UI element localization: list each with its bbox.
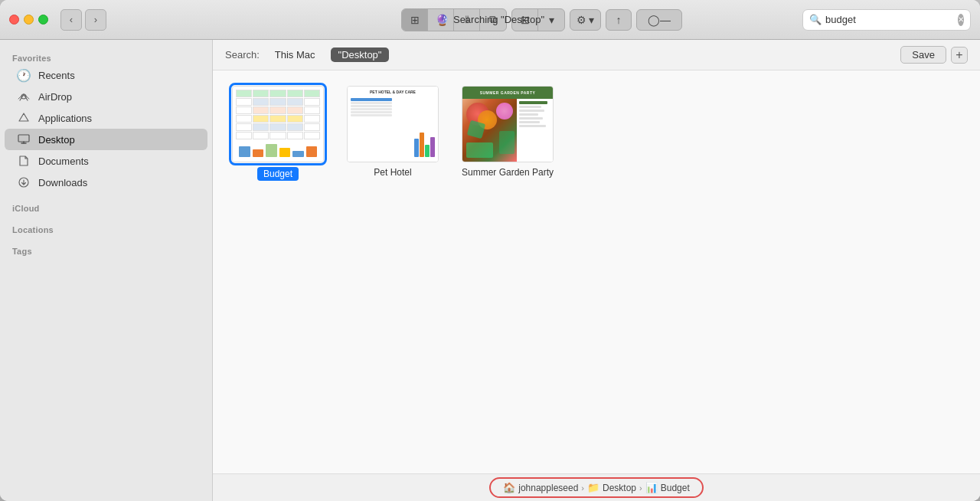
sidebar-item-applications[interactable]: Applications	[5, 107, 207, 129]
file-item-summer-garden-party[interactable]: SUMMER GARDEN PARTY	[458, 86, 557, 181]
sidebar-item-desktop[interactable]: Desktop	[5, 129, 207, 150]
search-scope-row: Search: This Mac "Desktop" Save +	[213, 40, 980, 70]
grid-icon: ⊞	[410, 14, 420, 26]
maximize-button[interactable]	[38, 15, 48, 25]
documents-icon	[17, 154, 31, 168]
sidebar-item-recents[interactable]: 🕐 Recents	[5, 64, 207, 86]
locations-label: Locations	[0, 221, 212, 236]
clear-icon: ✕	[958, 15, 964, 24]
svg-rect-1	[18, 135, 29, 142]
search-bar[interactable]: 🔍 ✕	[802, 9, 971, 31]
airdrop-label: AirDrop	[38, 91, 72, 103]
file-item-pet-hotel[interactable]: PET HOTEL & DAY CARE	[343, 86, 443, 181]
sep1: ›	[581, 483, 584, 493]
finder-window: ‹ › ⊞ ≡ ⫴ ⧉	[0, 0, 980, 501]
sep2: ›	[639, 483, 642, 493]
home-icon: 🏠	[503, 482, 515, 493]
titlebar: ‹ › ⊞ ≡ ⫴ ⧉	[0, 0, 980, 40]
share-button[interactable]: ↑	[606, 9, 632, 31]
sidebar-item-downloads[interactable]: Downloads	[5, 172, 207, 193]
recents-label: Recents	[38, 70, 75, 81]
traffic-lights	[9, 15, 48, 25]
back-icon: ‹	[70, 14, 73, 25]
search-icon: 🔍	[809, 14, 822, 25]
desktop-breadcrumb-label: Desktop	[603, 483, 636, 493]
icloud-label: iCloud	[0, 199, 212, 214]
gallery-chevron-icon: ▾	[549, 14, 554, 26]
desktop-folder-icon: 📁	[587, 482, 599, 493]
home-label: johnappleseed	[518, 483, 578, 493]
this-mac-button[interactable]: This Mac	[267, 47, 323, 62]
sidebar: Favorites 🕐 Recents AirDrop	[0, 40, 213, 501]
applications-icon	[17, 111, 31, 125]
desktop-label: Desktop	[38, 134, 75, 146]
content-area: Favorites 🕐 Recents AirDrop	[0, 40, 980, 501]
pet-hotel-thumbnail: PET HOTEL & DAY CARE	[347, 86, 439, 162]
tag-icon: ◯—	[648, 14, 671, 26]
plus-icon: +	[956, 48, 962, 62]
gear-button[interactable]: ⚙ ▾	[570, 9, 601, 31]
close-button[interactable]	[9, 15, 19, 25]
downloads-label: Downloads	[38, 177, 87, 188]
file-breadcrumb-label: Budget	[661, 483, 690, 493]
desktop-scope-button[interactable]: "Desktop"	[331, 47, 390, 62]
downloads-icon	[17, 175, 31, 189]
forward-icon: ›	[94, 14, 97, 25]
pet-hotel-name: Pet Hotel	[374, 167, 411, 178]
title-icon: 🔮	[436, 14, 449, 26]
applications-label: Applications	[38, 113, 92, 124]
share-icon: ↑	[616, 14, 622, 26]
budget-thumbnail	[232, 86, 324, 162]
nav-buttons: ‹ ›	[60, 9, 106, 31]
favorites-label: Favorites	[0, 49, 212, 64]
summer-garden-party-thumbnail: SUMMER GARDEN PARTY	[462, 86, 554, 162]
main-panel: Search: This Mac "Desktop" Save +	[213, 40, 980, 501]
forward-button[interactable]: ›	[85, 9, 106, 31]
view-icon-button[interactable]: ⊞	[402, 9, 428, 31]
sidebar-item-documents[interactable]: Documents	[5, 150, 207, 172]
window-title: 🔮 Searching "Desktop"	[436, 14, 544, 26]
search-label: Search:	[225, 49, 260, 61]
save-section: Save +	[900, 46, 968, 64]
documents-label: Documents	[38, 156, 89, 167]
sidebar-item-airdrop[interactable]: AirDrop	[5, 86, 207, 107]
tag-button[interactable]: ◯—	[636, 9, 682, 31]
plus-button[interactable]: +	[951, 47, 968, 64]
summer-garden-party-name: Summer Garden Party	[462, 167, 554, 178]
airdrop-icon	[17, 90, 31, 103]
file-breadcrumb-icon: 📊	[645, 482, 658, 493]
bottom-bar: 🏠 johnappleseed › 📁 Desktop › 📊 Budget	[213, 473, 980, 501]
desktop-icon	[17, 133, 31, 146]
search-clear-button[interactable]: ✕	[958, 14, 964, 26]
minimize-button[interactable]	[24, 15, 34, 25]
file-item-budget[interactable]: Budget	[228, 86, 328, 181]
back-button[interactable]: ‹	[60, 9, 82, 31]
tags-label: Tags	[0, 242, 212, 257]
title-label: Searching "Desktop"	[453, 14, 544, 25]
save-button[interactable]: Save	[900, 46, 946, 64]
budget-name: Budget	[257, 167, 299, 181]
search-input[interactable]	[825, 14, 954, 25]
recents-icon: 🕐	[17, 68, 31, 82]
breadcrumb: 🏠 johnappleseed › 📁 Desktop › 📊 Budget	[489, 477, 704, 498]
file-grid: Budget PET HOTEL & DAY CARE	[213, 70, 980, 473]
gear-chevron-icon: ▾	[589, 14, 594, 26]
gear-icon: ⚙	[577, 14, 586, 26]
